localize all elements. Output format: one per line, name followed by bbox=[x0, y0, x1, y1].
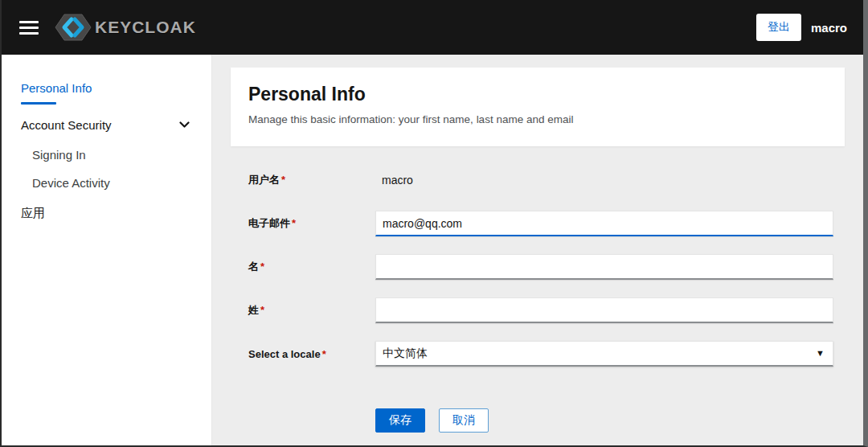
email-field[interactable] bbox=[375, 211, 833, 236]
keycloak-account-console: KEYCLOAK 登出 macro Personal Info Account … bbox=[0, 0, 868, 447]
required-asterisk: * bbox=[260, 304, 264, 316]
username-row: 用户名* macro bbox=[248, 167, 827, 193]
sidebar-item-account-security[interactable]: Account Security bbox=[2, 109, 212, 141]
required-asterisk: * bbox=[292, 217, 296, 229]
sidebar-item-label: Signing In bbox=[32, 148, 86, 162]
sidebar-item-personal-info[interactable]: Personal Info bbox=[2, 72, 212, 109]
last-name-field[interactable] bbox=[375, 297, 833, 323]
sidebar-item-label: Account Security bbox=[21, 118, 112, 132]
locale-label: Select a locale* bbox=[248, 348, 375, 360]
first-name-row: 名* bbox=[248, 254, 827, 280]
required-asterisk: * bbox=[281, 174, 285, 186]
first-name-label-text: 名 bbox=[248, 260, 259, 273]
caret-down-icon: ▼ bbox=[816, 349, 825, 358]
sidebar-item-applications[interactable]: 应用 bbox=[2, 197, 212, 230]
locale-selected-value: 中文简体 bbox=[383, 347, 428, 361]
cancel-button[interactable]: 取消 bbox=[439, 408, 489, 433]
form-actions: 保存 取消 bbox=[248, 408, 827, 433]
keycloak-logo-text: KEYCLOAK bbox=[95, 18, 196, 37]
email-row: 电子邮件* bbox=[248, 211, 827, 236]
locale-label-text: Select a locale bbox=[248, 348, 321, 360]
page-header-card: Personal Info Manage this basic informat… bbox=[231, 68, 845, 146]
first-name-field[interactable] bbox=[375, 254, 833, 280]
last-name-row: 姓* bbox=[248, 297, 827, 323]
sidebar-item-label: Device Activity bbox=[32, 176, 110, 190]
save-button[interactable]: 保存 bbox=[375, 408, 425, 433]
page-subtitle: Manage this basic information: your firs… bbox=[248, 113, 827, 127]
logout-button[interactable]: 登出 bbox=[756, 14, 801, 41]
email-label: 电子邮件* bbox=[248, 216, 375, 231]
last-name-label: 姓* bbox=[248, 303, 375, 318]
personal-info-form: 用户名* macro 电子邮件* 名* bbox=[231, 167, 845, 433]
sidebar-item-label: Personal Info bbox=[21, 81, 92, 95]
username-value: macro bbox=[375, 174, 833, 187]
header: KEYCLOAK 登出 macro bbox=[2, 0, 863, 55]
active-tab-indicator bbox=[21, 102, 56, 105]
required-asterisk: * bbox=[260, 260, 264, 273]
last-name-label-text: 姓 bbox=[248, 304, 259, 316]
page-title: Personal Info bbox=[248, 82, 827, 106]
page-body: Personal Info Account Security Signing I… bbox=[2, 55, 863, 445]
sidebar-item-device-activity[interactable]: Device Activity bbox=[2, 169, 212, 197]
username-label: 用户名* bbox=[248, 173, 375, 187]
sidebar: Personal Info Account Security Signing I… bbox=[2, 55, 212, 445]
hamburger-menu-button[interactable] bbox=[19, 21, 39, 35]
sidebar-item-signing-in[interactable]: Signing In bbox=[2, 141, 212, 169]
username-label-text: 用户名 bbox=[248, 174, 280, 186]
header-username: macro bbox=[811, 21, 847, 35]
first-name-label: 名* bbox=[248, 260, 375, 274]
locale-row: Select a locale* 中文简体 ▼ bbox=[248, 341, 827, 367]
main-content: Personal Info Manage this basic informat… bbox=[212, 55, 863, 445]
email-label-text: 电子邮件 bbox=[248, 217, 290, 229]
chevron-down-icon bbox=[179, 121, 190, 129]
sidebar-item-label: 应用 bbox=[21, 206, 45, 221]
hamburger-icon bbox=[19, 21, 39, 23]
required-asterisk: * bbox=[322, 348, 326, 360]
keycloak-logo[interactable]: KEYCLOAK bbox=[55, 12, 196, 43]
locale-select[interactable]: 中文简体 ▼ bbox=[375, 341, 833, 367]
keycloak-hexagon-icon bbox=[55, 12, 92, 43]
